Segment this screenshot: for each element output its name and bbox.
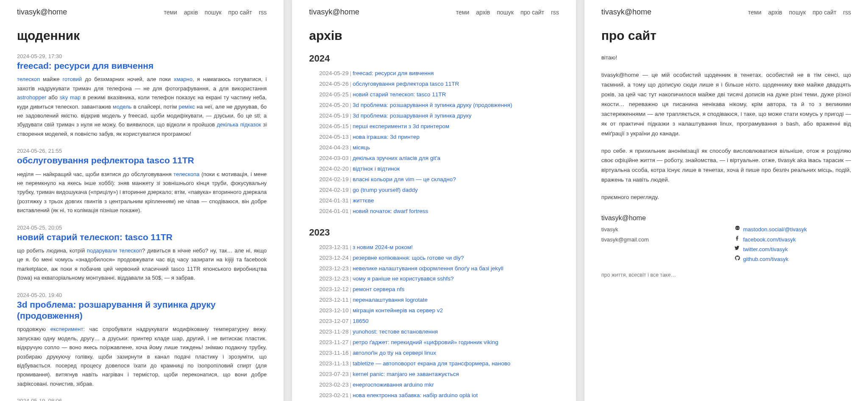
archive-date: 2024-05-25 [319,91,348,98]
footer-contact: tivasyk@gmail.com [601,235,718,244]
separator: | [350,381,351,388]
archive-list: 2024-05-29|freecad: ресурси для вивчення… [309,68,559,217]
archive-item: 2024-03-03|декілька зручних аліасів для … [319,153,559,164]
nav-link-теми[interactable]: теми [748,9,762,16]
footer: tivasyk@home tivasyktivasyk@gmail.com ma… [601,211,851,278]
footer-social-link[interactable]: twitter.com/tivasyk [734,244,851,254]
archive-link[interactable]: нова електронна забавка: набір arduino o… [353,392,478,398]
separator: | [350,265,351,272]
separator: | [350,155,351,161]
post-title[interactable]: обслуговування рефлектора tasco 11TR [17,155,267,166]
archive-item: 2024-05-20|3d проблема: розшарування й з… [319,100,559,111]
footer-social-text: mastodon.social/@tivasyk [743,224,807,234]
site-brand[interactable]: tivasyk@home [601,8,651,17]
archive-link[interactable]: відтінок і відтинок [353,165,400,172]
archive-link[interactable]: енергоспоживання arduino mkr [353,381,434,388]
separator: | [350,255,351,261]
separator: | [350,144,351,151]
archive-link[interactable]: go (trump yourself) daddy [353,187,418,193]
header: tivasyk@home темиархівпошукпро сайтrss [309,8,559,17]
archive-link[interactable]: власні кольори для vim — це складно? [353,176,456,182]
archive-item: 2023-12-31|з новим 2024-м роком! [319,242,559,253]
archive-link[interactable]: 3d проблема: розшарування й зупинка друк… [353,102,512,108]
archive-link[interactable]: yunohost: тестове встановлення [353,328,438,335]
main-nav: темиархівпошукпро сайтrss [164,9,267,16]
archive-date: 2023-11-16 [319,350,348,356]
archive-link[interactable]: kernel panic: manjaro не завантажується [353,371,459,377]
archive-date: 2024-02-20 [319,165,348,172]
post-body: неділя — найкращий час, щоби взятися до … [17,170,267,215]
archive-date: 2023-11-27 [319,339,348,345]
header: tivasyk@home темиархівпошукпро сайтrss [17,8,267,17]
post-title[interactable]: 3d проблема: розшарування й зупинка друк… [17,299,267,322]
archive-item: 2023-07-23|kernel panic: manjaro не зава… [319,369,559,380]
nav-link-пошук[interactable]: пошук [789,9,806,16]
post-body: що робить людина, котрій подарували теле… [17,246,267,283]
footer-social-link[interactable]: github.com/tivasyk [734,254,851,264]
footer-social-text: facebook.com/tivasyk [743,235,796,244]
nav-link-про сайт[interactable]: про сайт [812,9,836,16]
archive-link[interactable]: новий початок: dwarf fortress [353,208,428,214]
about-paragraph: приємного перегляду. [601,193,851,202]
post: 2024-05-29, 17:30freecad: ресурси для ви… [17,53,267,138]
nav-link-архів[interactable]: архів [184,9,198,16]
footer-social-link[interactable]: facebook.com/tivasyk [734,235,851,244]
site-brand[interactable]: tivasyk@home [17,8,67,17]
page-title: про сайт [601,28,851,43]
separator: | [350,328,351,335]
archive-link[interactable]: переналаштування logrotate [353,297,428,303]
nav-link-про сайт[interactable]: про сайт [228,9,252,16]
archive-link[interactable]: новий старий телескоп: tasco 11TR [353,91,446,98]
nav-link-теми[interactable]: теми [456,9,470,16]
archive-link[interactable]: життєве [353,197,374,204]
archive-link[interactable]: чому я раніше не користувався sshfs? [353,275,454,282]
archive-link[interactable]: міграція контейнерів на сервер v2 [353,307,443,314]
separator: | [350,81,351,87]
separator: | [350,112,351,119]
nav-link-rss[interactable]: rss [551,9,559,16]
archive-link[interactable]: нова іграшка: 3d принтер [353,134,420,140]
posts-container: 2024-05-29, 17:30freecad: ресурси для ви… [17,53,267,401]
post-date: 2024-05-20, 19:40 [17,292,267,298]
nav-link-пошук[interactable]: пошук [497,9,514,16]
archive-container: 20242024-05-29|freecad: ресурси для вивч… [309,53,559,401]
archive-date: 2024-02-19 [319,176,348,182]
archive-link[interactable]: невелике налаштування оформлення блоґу н… [353,265,504,272]
archive-item: 2023-11-27|ретро ґаджет: перекидний «циф… [319,337,559,348]
separator: | [350,339,351,345]
archive-link[interactable]: перші експерименти з 3d принтером [353,123,449,129]
archive-link[interactable]: з новим 2024-м роком! [353,244,413,250]
archive-link[interactable]: обслуговування рефлектора tasco 11TR [353,81,459,87]
archive-link[interactable]: tabletize — автоповорот екрана для транс… [353,360,510,367]
archive-link[interactable]: резервне копіювання: щось готове чи diy? [353,255,464,261]
archive-link[interactable]: автолоґін до tty на сервері linux [353,350,436,356]
archive-link[interactable]: ретро ґаджет: перекидний «цифровий» годи… [353,339,498,345]
nav-link-архів[interactable]: архів [476,9,490,16]
post-title[interactable]: новий старий телескоп: tasco 11TR [17,232,267,243]
nav-link-rss[interactable]: rss [259,9,267,16]
nav-link-про сайт[interactable]: про сайт [520,9,544,16]
archive-link[interactable]: 3d проблема: розшарування й зупинка друк… [353,112,472,119]
nav-link-теми[interactable]: теми [164,9,177,16]
archive-link[interactable]: 18650 [353,318,369,324]
archive-link[interactable]: місяць [353,144,370,151]
archive-date: 2023-12-31 [319,244,348,250]
archive-year: 2023 [309,227,559,238]
nav-link-rss[interactable]: rss [843,9,851,16]
site-brand[interactable]: tivasyk@home [309,8,359,17]
footer-col-left: tivasyktivasyk@gmail.com [601,224,718,264]
main-nav: темиархівпошукпро сайтrss [456,9,559,16]
post: 2024-05-20, 19:403d проблема: розшаруван… [17,292,267,389]
archive-item: 2023-12-12|ремонт сервера nfs [319,284,559,295]
archive-link[interactable]: декілька зручних аліасів для git'а [353,155,440,161]
archive-item: 2023-12-07|18650 [319,316,559,327]
nav-link-архів[interactable]: архів [768,9,782,16]
footer-social-link[interactable]: mastodon.social/@tivasyk [734,224,851,234]
archive-link[interactable]: freecad: ресурси для вивчення [353,70,434,76]
post-title[interactable]: freecad: ресурси для вивчення [17,60,267,71]
post-date: 2024-05-25, 20:05 [17,224,267,231]
nav-link-пошук[interactable]: пошук [205,9,222,16]
post: 2024-05-26, 21:55обслуговування рефлекто… [17,148,267,215]
archive-link[interactable]: ремонт сервера nfs [353,286,404,292]
archive-item: 2024-05-25|новий старий телескоп: tasco … [319,90,559,100]
